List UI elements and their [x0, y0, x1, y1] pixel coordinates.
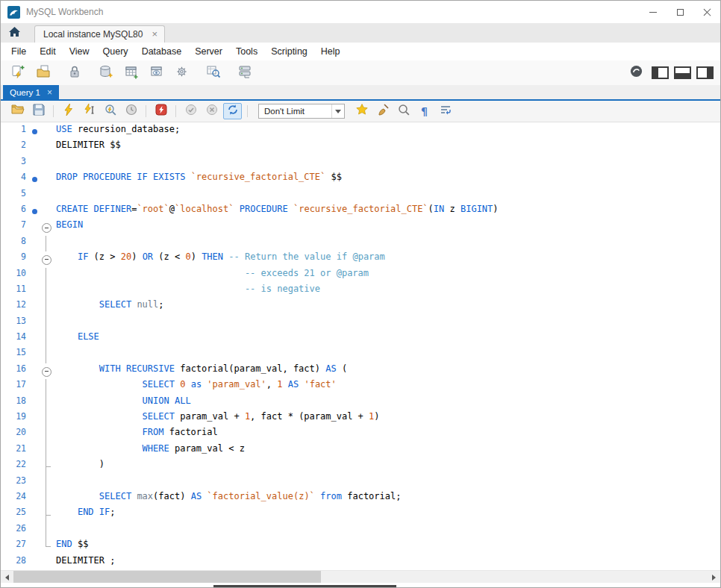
- code-line[interactable]: 1USE recursion_database;: [1, 124, 720, 140]
- fold-gutter: [40, 395, 53, 411]
- line-number: 10: [1, 268, 29, 284]
- create-schema-button[interactable]: [96, 63, 116, 83]
- code-line[interactable]: 2DELIMITER $$: [1, 140, 720, 155]
- menu-server[interactable]: Server: [188, 46, 229, 57]
- code-line[interactable]: 19 SELECT param_val + 1, fact * (param_v…: [1, 411, 720, 427]
- execute-button[interactable]: [59, 103, 78, 119]
- line-number: 19: [1, 411, 29, 427]
- code-line[interactable]: 4DROP PROCEDURE IF EXISTS `recursive_fac…: [1, 172, 720, 187]
- code-line[interactable]: 8: [1, 236, 720, 251]
- scrollbar-thumb[interactable]: [13, 571, 321, 584]
- fold-marker[interactable]: [40, 363, 53, 379]
- connection-tab-close-icon[interactable]: ×: [152, 31, 157, 38]
- open-sql-script-button[interactable]: [33, 63, 54, 83]
- code-line[interactable]: 18 UNION ALL: [1, 395, 720, 411]
- lock-button[interactable]: [64, 63, 85, 83]
- commit-button[interactable]: [181, 103, 200, 119]
- menu-file[interactable]: File: [4, 46, 33, 57]
- rollback-button[interactable]: [202, 103, 221, 119]
- code-text: [53, 236, 56, 251]
- execute-current-statement-button[interactable]: [80, 103, 99, 119]
- row-limit-dropdown[interactable]: Don't Limit: [258, 104, 345, 119]
- code-line[interactable]: 9 IF (z > 20) OR (z < 0) THEN -- Return …: [1, 251, 720, 267]
- code-line[interactable]: 25 END IF;: [1, 507, 720, 522]
- menu-help[interactable]: Help: [314, 46, 347, 57]
- scroll-left-arrow[interactable]: [1, 571, 13, 584]
- code-area[interactable]: 1USE recursion_database;2DELIMITER $$34D…: [1, 124, 720, 570]
- code-text: FROM factorial: [53, 427, 218, 442]
- menu-edit[interactable]: Edit: [33, 46, 63, 57]
- marker-gutter: [29, 555, 40, 570]
- query-tab[interactable]: Query 1 ×: [3, 85, 59, 99]
- create-procedure-button[interactable]: [172, 63, 193, 83]
- find-button[interactable]: [394, 103, 413, 119]
- toggle-right-panel-button[interactable]: [696, 66, 714, 79]
- code-line[interactable]: 11 -- is negative: [1, 284, 720, 299]
- marker-gutter: [29, 475, 40, 491]
- menu-scripting[interactable]: Scripting: [264, 46, 314, 57]
- home-tab-button[interactable]: [1, 23, 28, 43]
- code-text: IF (z > 20) OR (z < 0) THEN -- Return th…: [53, 251, 385, 267]
- close-button[interactable]: [693, 1, 720, 23]
- code-line[interactable]: 27END $$: [1, 539, 720, 554]
- code-line[interactable]: 13: [1, 316, 720, 331]
- code-line[interactable]: 15: [1, 347, 720, 363]
- marker-gutter: [29, 491, 40, 507]
- toggle-autocommit-button[interactable]: [223, 103, 242, 119]
- create-table-button[interactable]: [121, 63, 142, 83]
- new-query-tab-button[interactable]: [7, 63, 28, 83]
- horizontal-scrollbar[interactable]: [1, 570, 720, 583]
- fold-marker[interactable]: [40, 219, 53, 235]
- fold-gutter: [40, 523, 53, 539]
- code-line[interactable]: 21 WHERE param_val < z: [1, 443, 720, 459]
- toggle-stop-on-error-button[interactable]: [152, 103, 170, 119]
- scroll-right-arrow[interactable]: [708, 571, 720, 584]
- sql-editor[interactable]: 1USE recursion_database;2DELIMITER $$34D…: [1, 122, 720, 570]
- fold-gutter: [40, 156, 53, 172]
- code-line[interactable]: 12 SELECT null;: [1, 299, 720, 315]
- menu-database[interactable]: Database: [135, 46, 189, 57]
- open-script-button[interactable]: [8, 103, 27, 119]
- fold-marker[interactable]: [40, 251, 53, 267]
- beautify-script-button[interactable]: [373, 103, 392, 119]
- code-line[interactable]: 14 ELSE: [1, 331, 720, 347]
- toolbar-separator: [175, 105, 176, 117]
- explain-plan-button[interactable]: [101, 103, 119, 119]
- maximize-button[interactable]: [667, 1, 693, 23]
- code-line[interactable]: 5: [1, 188, 720, 204]
- broom-icon: [376, 103, 390, 119]
- code-line[interactable]: 23: [1, 475, 720, 491]
- marker-gutter: [29, 379, 40, 395]
- create-view-button[interactable]: [146, 63, 167, 83]
- code-line[interactable]: 7BEGIN: [1, 219, 720, 235]
- toggle-left-panel-button[interactable]: [652, 66, 669, 79]
- toggle-word-wrap-button[interactable]: [436, 103, 455, 119]
- assistant-button[interactable]: [625, 63, 646, 83]
- code-line[interactable]: 17 SELECT 0 as 'param_val', 1 AS 'fact': [1, 379, 720, 395]
- code-line[interactable]: 22 ): [1, 459, 720, 475]
- toggle-bottom-panel-button[interactable]: [674, 66, 691, 79]
- stop-execution-button[interactable]: [122, 103, 140, 119]
- code-text: DELIMITER $$: [53, 140, 121, 155]
- code-line[interactable]: 10 -- exceeds 21 or @param: [1, 268, 720, 284]
- save-script-button[interactable]: [29, 103, 48, 119]
- show-invisibles-button[interactable]: ¶: [415, 103, 434, 119]
- menu-view[interactable]: View: [63, 46, 96, 57]
- minimize-button[interactable]: [640, 1, 667, 23]
- server-connection-button[interactable]: [234, 63, 255, 83]
- code-line[interactable]: 24 SELECT max(fact) AS `factorial_value(…: [1, 491, 720, 507]
- code-line[interactable]: 26: [1, 523, 720, 539]
- marker-gutter: [29, 539, 40, 554]
- code-line[interactable]: 3: [1, 156, 720, 172]
- query-tab-close-icon[interactable]: ×: [47, 89, 52, 96]
- search-table-data-button[interactable]: [203, 63, 224, 83]
- code-line[interactable]: 20 FROM factorial: [1, 427, 720, 442]
- menu-query[interactable]: Query: [96, 46, 135, 57]
- code-line[interactable]: 16 WITH RECURSIVE factorial(param_val, f…: [1, 363, 720, 379]
- connection-tab[interactable]: Local instance MySQL80 ×: [34, 25, 165, 43]
- code-line[interactable]: 6CREATE DEFINER=`root`@`localhost` PROCE…: [1, 204, 720, 219]
- code-line[interactable]: 28DELIMITER ;: [1, 555, 720, 570]
- save-snippet-button[interactable]: [352, 103, 371, 119]
- menu-tools[interactable]: Tools: [229, 46, 264, 57]
- line-number: 6: [1, 204, 29, 219]
